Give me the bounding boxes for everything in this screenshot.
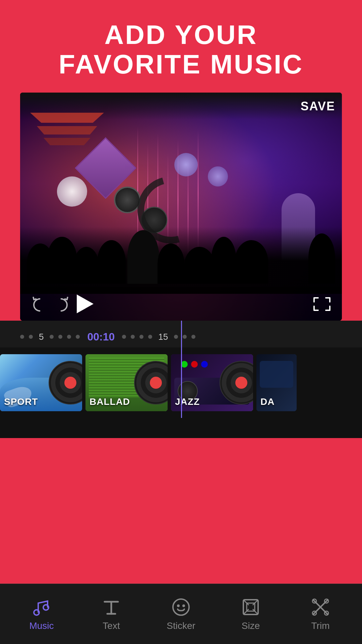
fullscreen-button[interactable] [312,294,332,314]
header-line2: FAVORITE MUSIC [13,50,349,79]
text-icon [101,597,121,617]
music-card-jazz[interactable]: JAZZ [171,354,253,411]
sticker-nav-label: Sticker [167,621,195,631]
lower-track-area [0,418,362,438]
crowd-area [20,200,342,294]
header-line1: ADD YOUR [13,20,349,50]
playhead [181,321,182,347]
lantern3 [208,166,228,186]
lantern2 [174,153,198,176]
nav-item-trim[interactable]: Trim [286,597,355,631]
music-nav-label: Music [29,621,54,631]
size-nav-label: Size [242,621,260,631]
da-label: DA [260,396,275,407]
music-icon [32,597,52,617]
redo-button[interactable] [50,294,70,314]
undo-button[interactable] [30,294,50,314]
nav-item-text[interactable]: Text [76,597,146,631]
music-card-da[interactable]: DA [256,354,297,411]
time-5: 5 [38,332,45,342]
nav-item-size[interactable]: Size [216,597,286,631]
text-nav-label: Text [103,621,120,631]
play-icon [77,294,94,313]
svg-point-2 [173,599,189,615]
vinyl-center-sport [64,377,76,389]
sport-label: SPORT [4,396,38,407]
size-icon [241,597,261,617]
music-card-ballad[interactable]: BALLAD [85,354,168,411]
track-playhead [181,347,182,418]
video-controls [20,287,342,321]
sticker-icon [171,597,191,617]
vinyl-center-jazz [235,377,247,389]
nav-item-music[interactable]: Music [7,597,76,631]
current-time: 00:10 [84,331,117,343]
music-cards: SPORT BALLAD [0,347,300,418]
jazz-label: JAZZ [175,396,200,407]
tracks-area[interactable]: SPORT BALLAD [0,347,362,418]
play-button[interactable] [70,290,97,317]
music-card-sport[interactable]: SPORT [0,354,82,411]
trim-icon [310,597,330,617]
save-button[interactable]: SAVE [301,99,335,113]
nav-item-sticker[interactable]: Sticker [146,597,216,631]
bottom-nav: Music Text Sticker Size [0,584,362,644]
timeline[interactable]: 5 00:10 15 [0,321,362,347]
ballad-label: BALLAD [89,396,130,407]
trim-nav-label: Trim [311,621,330,631]
svg-point-4 [182,604,185,607]
vinyl-center-ballad [150,377,162,389]
video-player: SAVE [20,93,342,321]
time-15: 15 [157,332,169,342]
video-thumbnail: SAVE [20,93,342,321]
page-header: ADD YOUR FAVORITE MUSIC [0,0,362,93]
svg-point-3 [177,604,180,607]
